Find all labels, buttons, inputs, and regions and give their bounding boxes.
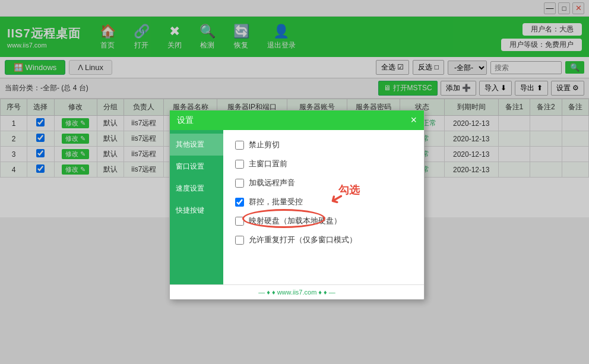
option-no-cut-label: 禁止剪切 [249,140,280,150]
option-group-control: 群控，批量受控 [235,197,412,207]
option-group-control-checkbox[interactable] [235,198,244,207]
settings-dialog: 设置 × 其他设置 窗口设置 速度设置 快捷按键 禁止剪切 主窗口置前 加载远程… [169,110,425,300]
option-reopen: 允许重复打开（仅多窗口模式） [235,235,412,245]
option-front-window-checkbox[interactable] [235,160,244,169]
option-reopen-label: 允许重复打开（仅多窗口模式） [249,235,357,245]
option-front-window: 主窗口置前 [235,159,412,169]
dialog-sidebar: 其他设置 窗口设置 速度设置 快捷按键 [170,130,223,284]
option-load-audio-label: 加载远程声音 [249,178,295,188]
dialog-footer: — ♦ ♦ www.iis7.com ♦ ♦ — [170,284,424,299]
option-map-disk-label: 映射硬盘（加载本地硬盘） [249,216,341,226]
dialog-body: 其他设置 窗口设置 速度设置 快捷按键 禁止剪切 主窗口置前 加载远程声音 群控… [170,130,424,284]
option-map-disk: 映射硬盘（加载本地硬盘） [235,216,412,226]
sidebar-window-settings[interactable]: 窗口设置 [170,156,223,178]
dialog-close-btn[interactable]: × [410,114,417,126]
option-front-window-label: 主窗口置前 [249,159,287,169]
option-no-cut-checkbox[interactable] [235,141,244,150]
sidebar-shortcut-keys[interactable]: 快捷按键 [170,200,223,221]
option-no-cut: 禁止剪切 [235,140,412,150]
option-load-audio-checkbox[interactable] [235,179,244,188]
dialog-content: 禁止剪切 主窗口置前 加载远程声音 群控，批量受控 映射硬盘（加载本地硬盘） 允… [223,130,424,284]
option-load-audio: 加载远程声音 [235,178,412,188]
dialog-titlebar: 设置 × [170,110,424,130]
option-reopen-checkbox[interactable] [235,236,244,245]
option-map-disk-checkbox[interactable] [235,217,244,226]
dialog-title: 设置 [177,115,194,126]
sidebar-speed-settings[interactable]: 速度设置 [170,178,223,200]
sidebar-other-settings[interactable]: 其他设置 [170,134,223,156]
option-group-control-label: 群控，批量受控 [249,197,303,207]
